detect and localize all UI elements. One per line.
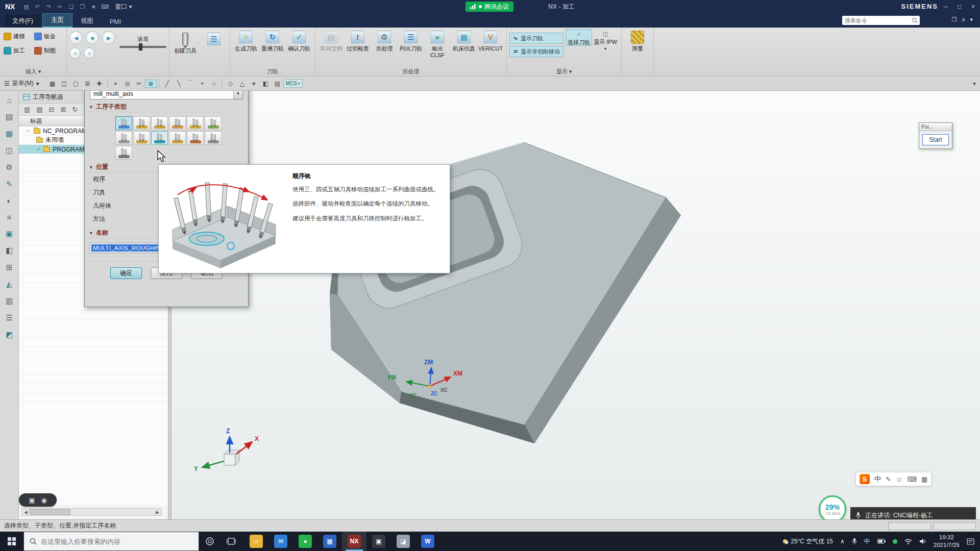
tray-mic-icon[interactable] (848, 532, 861, 551)
qat-icon-6[interactable]: ❐ (77, 4, 87, 10)
toolbar-icon-10[interactable]: ╱ (161, 80, 173, 87)
wifi-icon[interactable] (901, 532, 916, 551)
toolbar-icon-8[interactable]: ✂ (133, 80, 145, 87)
subtype-icon-9[interactable] (151, 131, 168, 145)
prev-button[interactable]: « (69, 47, 81, 59)
view-triad[interactable]: Z Y X (194, 428, 259, 472)
replay-toolpath-button[interactable]: ↻重播刀轨 (259, 29, 286, 52)
browser-taskbar-button[interactable]: ● (293, 532, 317, 551)
screen-icon[interactable]: ▣ (29, 496, 35, 504)
next-button[interactable]: » (84, 47, 95, 59)
navigator-toolbar-icon-3[interactable]: ⊟ (49, 106, 55, 113)
meeting-taskbar-button[interactable]: ◪ (391, 532, 415, 551)
toolbar-icon-4[interactable]: ⊞ (82, 80, 93, 87)
ime-icon-1[interactable]: ✎ (886, 475, 891, 483)
subtype-icon-2[interactable] (133, 116, 150, 130)
scroll-left-icon[interactable]: ◀ (22, 510, 30, 515)
scroll-right-icon[interactable]: ▶ (154, 510, 161, 515)
start-button[interactable] (0, 532, 23, 551)
resource-tab-icon-5[interactable]: ⚙ (6, 163, 12, 172)
horizontal-scrollbar[interactable]: ◀ ▶ (21, 508, 162, 516)
tab-pmi[interactable]: PMI (102, 16, 129, 28)
app-button-3[interactable]: 加工 (3, 47, 33, 55)
tab-home[interactable]: 主页 (42, 13, 72, 28)
generate-toolpath-button[interactable]: ⚡生成刀轨 (233, 29, 259, 52)
tab-view[interactable]: 视图 (72, 15, 102, 28)
fullscreen-icon[interactable]: ❐ (952, 16, 957, 23)
menu-button[interactable]: ☰ 菜单(M) ▾ (4, 79, 39, 88)
capture-pill[interactable]: ▣ ◉ (19, 493, 57, 507)
toolbar-icon-5[interactable]: ✚ (93, 80, 105, 87)
command-search-input[interactable] (845, 17, 910, 23)
subtype-icon-1[interactable] (115, 116, 132, 130)
camera-icon[interactable]: ◉ (41, 496, 46, 504)
vericut-button[interactable]: VVERICUT (477, 29, 504, 58)
window-menu[interactable]: 窗口 ▾ (115, 3, 132, 11)
resource-tab-icon-6[interactable]: ✎ (6, 180, 13, 189)
measure-button[interactable]: 测量 (624, 29, 651, 52)
subtype-icon-10[interactable] (169, 131, 186, 145)
subtype-icon-12[interactable] (205, 131, 222, 145)
subtype-icon-3[interactable] (151, 116, 168, 130)
postprocess-button[interactable]: ⚙后处理 (371, 29, 398, 58)
toolbar-icon-7[interactable]: ◎ (121, 80, 133, 87)
resource-tab-icon-1[interactable]: ⌂ (7, 96, 11, 105)
play-button[interactable]: ▶ (102, 31, 115, 44)
toolbar-icon-16[interactable]: △ (236, 80, 248, 87)
list-toolpath-button[interactable]: ☰列出刀轨 (398, 29, 424, 58)
status-dot-icon[interactable] (889, 532, 901, 551)
create-tool-button[interactable]: 创建刀具 (172, 31, 199, 54)
qat-icon-2[interactable]: ↶ (32, 4, 42, 10)
tencent-meeting-badge[interactable]: 腾讯会议 (465, 2, 513, 12)
resource-tab-icon-14[interactable]: ☰ (6, 313, 12, 322)
maximize-button[interactable]: □ (952, 0, 966, 13)
ime-icon-2[interactable]: ☺ (896, 475, 902, 483)
input-language-indicator[interactable]: 中 (861, 532, 874, 551)
output-clsf-button[interactable]: »输出 CLSF (424, 29, 451, 58)
store-taskbar-button[interactable]: ▦ (317, 532, 342, 551)
verify-toolpath-button[interactable]: ✓确认刀轨 (286, 29, 312, 52)
navigator-toolbar-icon-1[interactable]: ▥ (24, 106, 30, 113)
resource-tab-icon-10[interactable]: ◧ (6, 246, 13, 255)
subtype-icon-5[interactable] (187, 116, 204, 130)
tool-list-button[interactable]: ☰ (201, 31, 227, 54)
sogou-logo[interactable]: S (860, 474, 870, 484)
ime-icon-4[interactable]: ▦ (921, 475, 927, 483)
tab-file[interactable]: 文件(F) (5, 15, 40, 28)
nx-taskbar-button[interactable]: NX (342, 532, 366, 551)
slider-thumb[interactable] (139, 43, 142, 51)
toolbar-icon-9[interactable]: ⊕ (145, 80, 157, 88)
resource-tab-icon-15[interactable]: ◩ (6, 330, 13, 339)
battery-icon[interactable] (874, 532, 889, 551)
expander-icon[interactable]: − (27, 128, 31, 134)
toolbar-icon-18[interactable]: ◧ (260, 80, 272, 87)
scroll-thumb[interactable] (30, 509, 70, 515)
resource-tab-icon-12[interactable]: ◭ (6, 280, 12, 289)
cortana-button[interactable] (199, 532, 220, 551)
taskbar-search[interactable] (23, 532, 199, 551)
ok-button[interactable]: 确定 (110, 267, 142, 279)
options-chevron-icon[interactable]: ▾ (970, 16, 973, 23)
toolbar-overflow-chevron-icon[interactable]: ▾ (973, 80, 976, 87)
toolpath-group-label[interactable]: 刀轨 (267, 68, 278, 74)
minimize-ribbon-icon[interactable]: ∧ (961, 16, 965, 23)
tray-chevron-up-icon[interactable]: ∧ (837, 532, 848, 551)
qat-icon-7[interactable]: ★ (88, 4, 99, 10)
machine-sim-button[interactable]: ▦机床仿真 (451, 29, 477, 58)
start-button[interactable]: Start (922, 134, 949, 145)
show-non-cutting-moves-toggle[interactable]: ≍ 显示非切削移动 (509, 46, 564, 57)
subtype-icon-8[interactable] (133, 131, 150, 145)
clock[interactable]: 19:32 2021/7/25 (930, 532, 963, 551)
subtype-icon-6[interactable] (205, 116, 222, 130)
app-button-1[interactable]: 建模 (3, 33, 33, 40)
poi-window-title[interactable]: Poi... (919, 123, 952, 131)
toolbar-icon-14[interactable]: ○ (208, 80, 220, 87)
display-group-label[interactable]: 显示 (556, 68, 568, 74)
close-button[interactable]: × (966, 0, 980, 13)
ime-icon-3[interactable]: ⌨ (907, 475, 917, 483)
step-back-button[interactable]: ◀ (69, 31, 83, 44)
weather-widget[interactable]: 25°C 空气优 15 (778, 532, 837, 551)
qat-icon-1[interactable]: ▤ (21, 4, 31, 10)
lang-indicator[interactable]: 中 (874, 474, 881, 484)
gouge-check-button[interactable]: !过切检查 (345, 29, 371, 58)
